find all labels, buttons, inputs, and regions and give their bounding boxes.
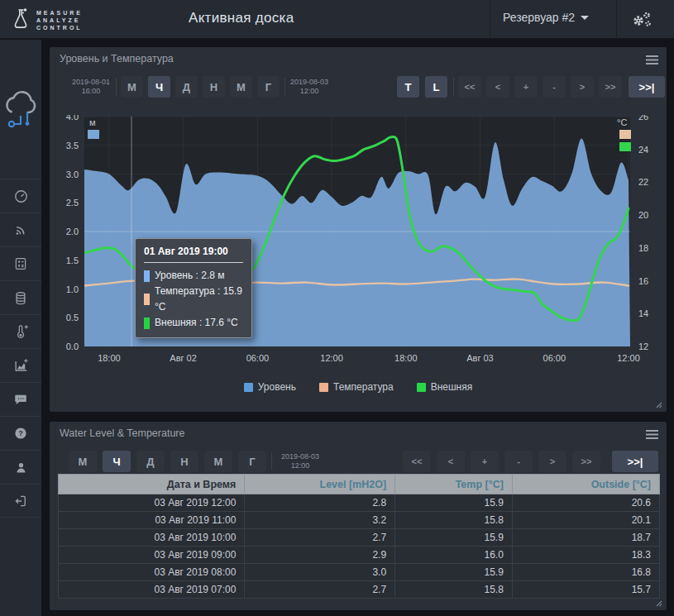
svg-text:06:00: 06:00 xyxy=(246,353,270,363)
svg-text:18:00: 18:00 xyxy=(394,353,418,363)
panel-resize-handle[interactable] xyxy=(654,599,662,607)
svg-text:24: 24 xyxy=(638,145,648,155)
nav-prev-button[interactable]: < xyxy=(486,76,509,98)
column-header[interactable]: Temp [°C] xyxy=(395,475,513,494)
range-button-1[interactable]: Ч xyxy=(103,451,131,472)
svg-text:22: 22 xyxy=(638,177,648,187)
table-cell: 2.9 xyxy=(245,547,395,564)
range-button-4[interactable]: М xyxy=(204,451,232,472)
nav-last-button[interactable]: >> xyxy=(572,451,600,472)
sidebar-item-help[interactable]: ? xyxy=(0,416,41,450)
table-cell: 20.6 xyxy=(512,494,659,512)
svg-text:20: 20 xyxy=(638,210,648,220)
zoom-in-button[interactable]: + xyxy=(471,451,499,472)
zoom-out-button[interactable]: - xyxy=(504,451,533,472)
jump-to-latest-button[interactable]: >>| xyxy=(612,451,658,472)
jump-to-latest-button[interactable]: >>| xyxy=(629,76,665,98)
nav-first-button[interactable]: << xyxy=(458,76,481,98)
svg-text:1.0: 1.0 xyxy=(66,284,79,294)
zoom-in-button[interactable]: + xyxy=(514,76,538,98)
svg-text:°C: °C xyxy=(617,117,627,127)
logo-text: MEASURE ANALYZE CONTROL xyxy=(36,9,83,31)
svg-text:2.0: 2.0 xyxy=(66,227,79,236)
sidebar-item-cloud-connection[interactable] xyxy=(0,40,41,179)
svg-text:м: м xyxy=(89,117,96,127)
chart-toolbar: 2019-08-0116:00МЧДНМГ2019-08-0312:00TL<<… xyxy=(50,76,667,98)
sidebar-item-chat[interactable] xyxy=(0,382,41,416)
badge-date: 2019-08-01 xyxy=(72,78,110,87)
table-cell: 15.7 xyxy=(512,581,659,599)
sidebar-item-chart-add[interactable] xyxy=(0,348,41,382)
svg-text:?: ? xyxy=(18,429,23,437)
range-button-4[interactable]: М xyxy=(230,76,252,98)
toolbar-separator xyxy=(453,78,454,96)
range-button-1[interactable]: Ч xyxy=(148,76,170,98)
svg-text:0.0: 0.0 xyxy=(66,341,79,351)
nav-last-button[interactable]: >> xyxy=(599,76,622,98)
zoom-out-button[interactable]: - xyxy=(543,76,566,98)
end-date-badge[interactable]: 2019-08-0312:00 xyxy=(278,451,323,472)
table-cell: 15.8 xyxy=(395,512,513,529)
column-header[interactable]: Дата и Время xyxy=(59,475,245,494)
legend-item[interactable]: Температура xyxy=(319,381,394,393)
range-button-5[interactable]: Г xyxy=(257,76,280,98)
badge-time: 12:00 xyxy=(291,461,310,470)
table-cell: 2.8 xyxy=(245,494,395,512)
view-toggle-t-button[interactable]: T xyxy=(397,76,419,98)
sidebar-item-gauge[interactable] xyxy=(0,179,41,212)
svg-text:4.0: 4.0 xyxy=(66,115,79,122)
range-button-3[interactable]: Н xyxy=(203,76,225,98)
chevron-down-icon xyxy=(581,16,589,20)
sidebar-item-user[interactable] xyxy=(0,450,41,484)
range-button-3[interactable]: Н xyxy=(170,451,198,472)
column-header[interactable]: Outside [°C] xyxy=(512,475,659,494)
settings-gears-icon[interactable] xyxy=(630,10,653,33)
table-cell: 03 Авг 2019 08:00 xyxy=(59,564,245,581)
rss-icon xyxy=(13,222,28,237)
tooltip-series-value: Уровень : 2.8 м xyxy=(155,268,225,284)
svg-text:0.5: 0.5 xyxy=(66,313,79,322)
logo-line: CONTROL xyxy=(36,24,83,31)
view-toggle-l-button[interactable]: L xyxy=(425,76,447,98)
table-cell: 18.7 xyxy=(512,529,659,547)
sidebar-nav: ? xyxy=(0,40,41,616)
panel-menu-icon[interactable] xyxy=(646,55,658,65)
panel-resize-handle[interactable] xyxy=(654,400,662,408)
svg-text:18:00: 18:00 xyxy=(98,353,121,363)
column-header[interactable]: Level [mH2O] xyxy=(245,475,395,494)
legend-item[interactable]: Уровень xyxy=(244,381,296,393)
svg-text:1.5: 1.5 xyxy=(66,255,79,265)
table-cell: 03 Авг 2019 10:00 xyxy=(59,529,245,547)
table-cell: 18.3 xyxy=(512,547,659,564)
page-title: Активная доска xyxy=(189,10,294,26)
tooltip-row: Уровень : 2.8 м xyxy=(144,268,243,284)
nav-prev-button[interactable]: < xyxy=(437,451,465,472)
cloud-connection-icon xyxy=(5,85,36,133)
database-icon xyxy=(13,290,28,306)
range-button-0[interactable]: М xyxy=(121,76,143,98)
end-date-badge[interactable]: 2019-08-0312:00 xyxy=(289,76,330,98)
range-button-0[interactable]: М xyxy=(69,451,97,472)
sidebar-item-rss[interactable] xyxy=(0,212,41,246)
panel-menu-icon[interactable] xyxy=(646,429,658,440)
sidebar-item-logout[interactable] xyxy=(0,484,41,518)
chart-legend: УровеньТемператураВнешняя xyxy=(50,381,667,393)
start-date-badge[interactable]: 2019-08-0116:00 xyxy=(70,76,112,98)
nav-next-button[interactable]: > xyxy=(538,451,566,472)
calculator-icon xyxy=(13,256,28,271)
legend-item[interactable]: Внешняя xyxy=(417,381,473,393)
nav-next-button[interactable]: > xyxy=(571,76,594,98)
logo-line: MEASURE xyxy=(36,9,83,17)
range-button-2[interactable]: Д xyxy=(175,76,198,98)
reservoir-selector[interactable]: Резервуар #2 xyxy=(503,11,589,24)
range-button-2[interactable]: Д xyxy=(136,451,165,472)
tooltip-title: 01 Авг 2019 19:00 xyxy=(144,246,243,257)
tooltip-series-swatch xyxy=(144,318,150,329)
thermometer-add-icon xyxy=(13,324,29,340)
sidebar-item-database[interactable] xyxy=(0,280,41,314)
range-button-5[interactable]: Г xyxy=(238,451,266,472)
sidebar-item-thermometer-add[interactable] xyxy=(0,314,41,348)
sidebar-item-calculator[interactable] xyxy=(0,246,41,280)
nav-first-button[interactable]: << xyxy=(403,451,431,472)
help-icon: ? xyxy=(13,426,28,441)
